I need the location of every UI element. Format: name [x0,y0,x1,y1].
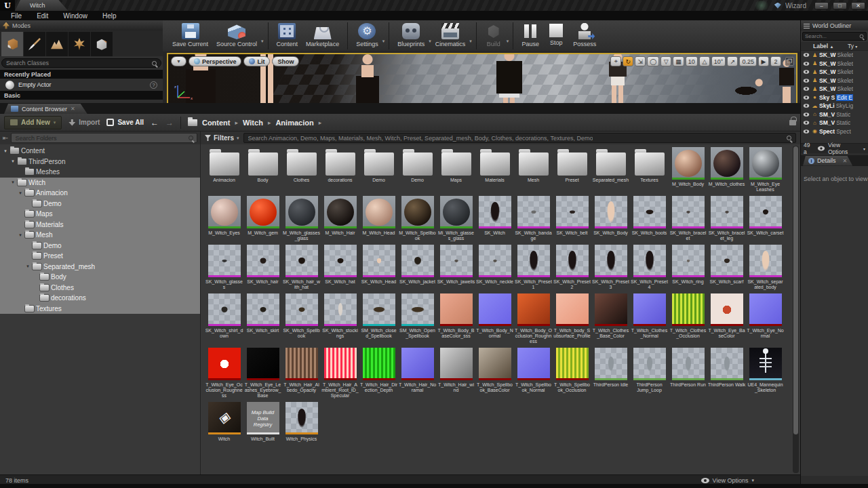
visibility-eye-icon[interactable] [804,96,809,100]
close-tab-icon[interactable]: ✕ [843,158,848,164]
world-outliner-header[interactable]: World Outliner [801,20,868,30]
scale-snap[interactable]: ↗ [727,56,738,66]
asset-tile[interactable]: SK_Witch_Spellbook [282,293,321,344]
dropdown-icon[interactable]: ▾ [469,39,472,44]
show-button[interactable]: Show [272,56,299,66]
asset-tile[interactable]: SK_Witch_glasses [205,245,243,290]
sources-toggle-icon[interactable]: ⇤ [3,134,8,142]
coordinate-system[interactable]: ◯ [647,56,659,66]
asset-tile[interactable]: Map Build Data RegistryWitch_Built [243,402,282,442]
asset-tile[interactable]: M_Witch_Eyes [205,196,243,241]
asset-tile[interactable]: T_Witch_Eye_Normal [746,293,785,344]
asset-tile[interactable]: SK_Witch_Preset1 [514,245,553,290]
tree-item-demo[interactable]: Demo [0,241,200,251]
visibility-eye-icon[interactable] [804,70,809,74]
asset-tile[interactable]: SK_Witch_bracelet [669,196,707,241]
asset-tile[interactable]: M_Witch_Head [359,196,398,241]
asset-tile[interactable]: M_Witch_Body [669,147,707,192]
help-icon[interactable]: ? [150,81,157,89]
expand-arrow-icon[interactable]: ▾ [10,180,16,185]
asset-tile[interactable]: SK_Witch_bracelet_leg [707,196,746,241]
tree-item-body[interactable]: Body [0,272,200,283]
asset-tile[interactable]: SK_Witch_shirt_down [205,293,243,344]
asset-tile[interactable]: T_Witch_Spellbook_Normal [514,348,553,399]
asset-tile[interactable]: T_Witch_Clothes_Occlusion [669,293,707,344]
asset-tile[interactable]: SK_Witch_hair [243,245,282,290]
asset-tile[interactable]: M_Witch_clothes [707,147,746,192]
basic-header[interactable]: Basic [0,91,163,100]
visibility-eye-icon[interactable] [804,113,809,117]
menu-help[interactable]: Help [96,12,123,20]
asset-tile[interactable]: ◈Witch [205,402,243,442]
lit-button[interactable]: Lit [243,56,270,66]
asset-tile[interactable]: SK_Witch_separated_body [746,245,785,290]
asset-tile[interactable]: decorations [321,147,359,192]
asset-tile[interactable]: SK_Witch_neckle [475,245,514,290]
tree-item-mesh[interactable]: ▾Mesh [0,230,200,241]
asset-tile[interactable]: T_Witch_Clothes_Base_Color [591,293,630,344]
tree-item-witch[interactable]: ▾Witch [0,178,200,188]
outliner-row[interactable]: ◉SpectSpect [801,127,868,136]
tree-item-animacion[interactable]: ▾Animacion [0,188,200,199]
cinematics-button[interactable]: Cinematics [431,22,470,47]
back-button[interactable]: ← [151,118,159,127]
outliner-row[interactable]: ⌂SM_VStatic [801,110,868,119]
asset-tile[interactable]: UE4_Mannequin_Skeleton [746,348,785,399]
dropdown-icon[interactable]: ▾ [382,39,385,44]
visibility-eye-icon[interactable] [804,87,809,91]
tree-item-maps[interactable]: Maps [0,209,200,220]
camera-speed[interactable]: ▶ [758,56,769,66]
blueprints-button[interactable]: Blueprints [393,22,429,47]
asset-tile[interactable]: SM_Witch_Open_Spellbook [398,293,437,344]
scale-tool[interactable]: ⇲ [635,56,646,66]
asset-tile[interactable]: T_Witch_Spellbook_Occlusion [553,348,591,399]
viewport-options-button[interactable]: ▼ [171,56,186,66]
grid-snap[interactable]: ▦ [673,56,684,66]
dropdown-icon[interactable]: ▾ [507,39,509,44]
perspective-button[interactable]: Perspective [189,56,242,66]
asset-tile[interactable]: Witch_Physics [282,402,321,442]
tree-item-preset[interactable]: Preset [0,251,200,262]
place-mode-button[interactable] [1,32,23,56]
asset-tile[interactable]: T_Witch_Hair_wind [437,348,475,399]
save-all-button[interactable]: Save All [106,119,144,126]
asset-tile[interactable]: SK_Witch_boots [630,196,669,241]
search-classes-input[interactable]: Search Classes [1,58,161,68]
minimize-button[interactable]: – [814,2,829,9]
expand-arrow-icon[interactable]: ▾ [3,148,8,154]
restore-button[interactable]: □ [833,2,847,9]
forward-button[interactable]: → [165,118,174,127]
move-tool[interactable]: ⌖ [610,56,621,66]
type-column-header[interactable]: Ty ▾ [848,43,868,49]
asset-tile[interactable]: Clothes [282,147,321,192]
asset-tile[interactable]: SK_Witch_skirt [243,293,282,344]
asset-tile[interactable]: T_Witch_Body_BaseColor_sss [437,293,475,344]
outliner-row[interactable]: ♟SK_WSkelet [801,51,868,60]
rotate-tool[interactable]: ↻ [623,56,633,66]
asset-tile[interactable]: T_Witch_body_Subsurface_Profile [553,293,591,344]
visibility-eye-icon[interactable] [804,129,809,134]
tree-item-clothes[interactable]: Clothes [0,283,200,293]
asset-tile[interactable]: SK_Witch_bandage [514,196,553,241]
asset-tile[interactable]: Demo [359,147,398,192]
dropdown-icon[interactable]: ▾ [261,39,264,44]
lock-icon[interactable] [789,120,796,125]
asset-tile[interactable]: Textures [630,147,669,192]
tree-item-decorations[interactable]: decorations [0,293,200,304]
asset-tile[interactable]: Preset [553,147,591,192]
label-column-header[interactable]: Label ▲ [801,43,848,49]
viewport[interactable]: z x ▼PerspectiveLitShow ⌖↻⇲◯▽▦10△10°↗0.2… [167,53,797,104]
visibility-eye-icon[interactable] [804,104,809,108]
asset-tile[interactable]: SK_Witch_ring [669,245,707,290]
expand-arrow-icon[interactable]: ▾ [10,159,16,164]
landscape-mode-button[interactable] [46,32,68,56]
asset-tile[interactable]: SK_Witch_stockings [321,293,359,344]
tree-item-textures[interactable]: Textures [0,304,200,314]
outliner-view-options[interactable]: View Options [828,142,861,155]
asset-tile[interactable]: T_Witch_Hair_Ambient_Root_ID_Specular [321,348,359,399]
asset-tile[interactable]: Materials [475,147,514,192]
asset-tile[interactable]: SM_Witch_closed_Spellbook [359,293,398,344]
asset-tile[interactable]: Mesh [514,147,553,192]
menu-file[interactable]: File [4,12,28,20]
asset-tile[interactable]: T_Witch_Hair_Albedo_Opacity [282,348,321,399]
